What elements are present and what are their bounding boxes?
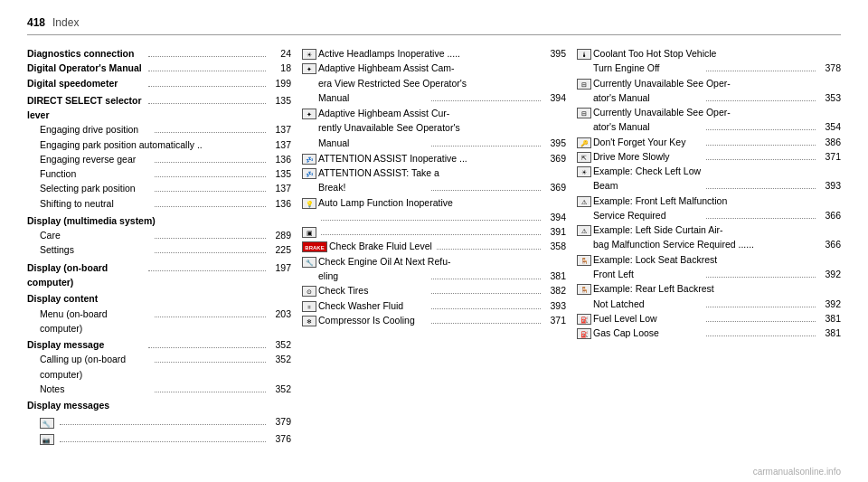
page-number: 418 — [27, 16, 45, 29]
key-icon: 🔑 — [577, 137, 591, 148]
fuel-icon: ⛽ — [577, 314, 591, 325]
compressor-icon: ❄ — [302, 316, 316, 326]
unavail-icon: ⊟ — [577, 79, 591, 90]
box-icon: ▣ — [302, 227, 316, 238]
coolant-icon: 🌡 — [577, 49, 591, 60]
engine-icon: 🔧 — [302, 257, 316, 268]
curtain-icon: ⚠ — [577, 225, 591, 236]
list-item: ☀ Active Headlamps Inoperative ..... 395… — [302, 46, 566, 327]
assist-icon: 💤 — [302, 154, 316, 165]
lamp-icon: 💡 — [302, 198, 316, 209]
col3: 🌡 Coolant Too Hot Stop Vehicle Turn Engi… — [577, 46, 841, 446]
page-title: Index — [52, 16, 79, 29]
watermark: carmanualsonline.info — [753, 467, 841, 477]
list-item: 🌡 Coolant Too Hot Stop Vehicle Turn Engi… — [577, 46, 841, 340]
rearbackrest-icon: 🪑 — [577, 284, 591, 295]
headlamp-icon: ☀ — [302, 49, 316, 60]
unavail2-icon: ⊟ — [577, 108, 591, 118]
frontleft-icon: ⚠ — [577, 196, 591, 207]
page-container: 418 Index Diagnostics connection 24 Digi… — [0, 0, 868, 482]
backrest-icon: 🪑 — [577, 255, 591, 266]
page-header: 418 Index — [27, 16, 841, 35]
svg-text:🔧: 🔧 — [42, 420, 51, 428]
gascap-icon: ⛽ — [577, 328, 591, 339]
brake-icon: BRAKE — [302, 241, 327, 252]
col2: ☀ Active Headlamps Inoperative ..... 395… — [302, 46, 577, 446]
assist2-icon: 💤 — [302, 168, 316, 179]
beam-icon: ☀ — [577, 166, 591, 177]
highbeam-icon: ✦ — [302, 63, 316, 74]
highbeam2-icon: ✦ — [302, 109, 316, 119]
camera-icon: 📷 — [40, 431, 54, 446]
index-columns: Diagnostics connection 24 Digital Operat… — [27, 46, 841, 446]
gauge-icon: 🔧 — [40, 414, 54, 429]
svg-text:📷: 📷 — [42, 436, 51, 444]
tire-icon: ⊙ — [302, 286, 316, 297]
col1: Diagnostics connection 24 Digital Operat… — [27, 46, 302, 446]
list-item: Diagnostics connection 24 Digital Operat… — [27, 46, 291, 446]
washer-icon: ⌗ — [302, 301, 316, 312]
drive-icon: ⇱ — [577, 152, 591, 163]
